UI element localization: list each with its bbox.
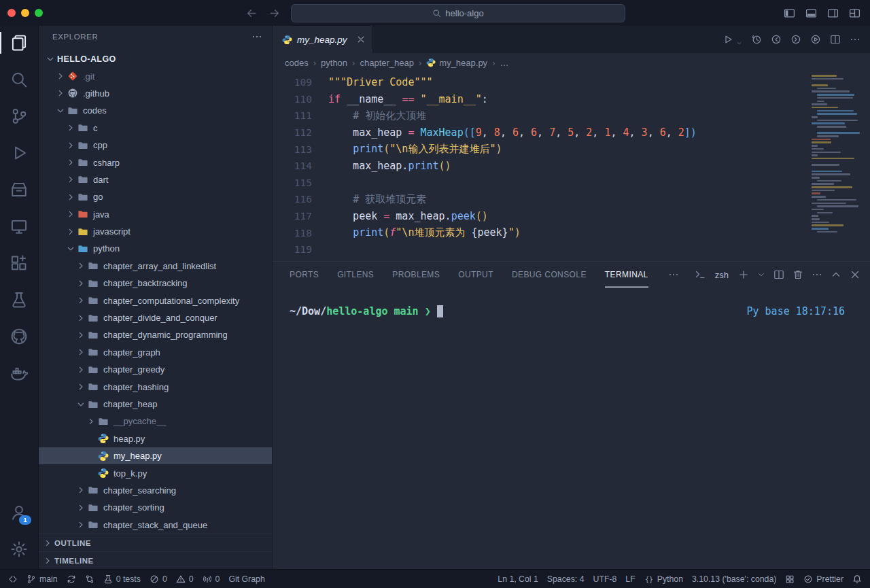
tree-item-my_heappy[interactable]: my_heap.py	[39, 447, 272, 464]
new-terminal-icon[interactable]	[738, 269, 749, 280]
breadcrumb-chapter_heap[interactable]: chapter_heap	[360, 58, 414, 68]
editor-more-actions-icon[interactable]	[850, 34, 860, 45]
panel-tab-output[interactable]: OUTPUT	[458, 262, 493, 288]
tree-item-dart[interactable]: dart	[39, 171, 272, 188]
tree-item-go[interactable]: go	[39, 188, 272, 205]
status-compare-changes[interactable]	[85, 574, 94, 584]
previous-change-icon[interactable]	[771, 34, 782, 45]
code-line-110[interactable]: 110if __name__ == "__main__":	[273, 91, 870, 108]
run-or-debug-icon[interactable]	[810, 34, 821, 45]
tab-my-heap-py[interactable]: my_heap.py	[273, 26, 373, 53]
navigate-forward-icon[interactable]	[268, 7, 280, 19]
code-line-111[interactable]: 111 # 初始化大顶堆	[273, 107, 870, 124]
tree-item-javascript[interactable]: javascript	[39, 223, 272, 240]
navigate-back-icon[interactable]	[246, 7, 258, 19]
tree-item-heappy[interactable]: heap.py	[39, 430, 272, 447]
tree-item-cpp[interactable]: cpp	[39, 137, 272, 154]
explorer-more-actions-icon[interactable]	[251, 31, 262, 42]
customize-layout-icon[interactable]	[849, 7, 860, 19]
status-notifications[interactable]	[852, 574, 862, 584]
panel-tabs-overflow-icon[interactable]	[668, 269, 679, 280]
activity-settings[interactable]	[0, 540, 38, 558]
code-line-109[interactable]: 109"""Driver Code"""	[273, 74, 870, 91]
code-line-112[interactable]: 112 max_heap = MaxHeap([9, 8, 6, 6, 7, 5…	[273, 124, 870, 141]
tree-item-chapter_sorting[interactable]: chapter_sorting	[39, 499, 272, 516]
tree-item-chapter_greedy[interactable]: chapter_greedy	[39, 361, 272, 378]
tree-item-chapter_hashing[interactable]: chapter_hashing	[39, 378, 272, 395]
status-git-graph[interactable]: Git Graph	[228, 574, 264, 584]
terminal-profile-dropdown-icon[interactable]	[757, 271, 765, 279]
maximize-panel-icon[interactable]	[831, 269, 841, 280]
file-history-icon[interactable]	[751, 34, 762, 45]
code-line-114[interactable]: 114 max_heap.print()	[273, 158, 870, 175]
status-warnings[interactable]: 0	[176, 574, 194, 584]
status-cursor-position[interactable]: Ln 1, Col 1	[498, 574, 538, 584]
tree-item-chapter_stack_and_queue[interactable]: chapter_stack_and_queue	[39, 517, 272, 534]
command-center-search[interactable]: hello-algo	[291, 4, 625, 22]
activity-accounts[interactable]: 1	[0, 504, 38, 521]
tree-item-git[interactable]: .git	[39, 67, 272, 84]
tree-item-chapter_backtracking[interactable]: chapter_backtracking	[39, 275, 272, 292]
activity-library[interactable]	[0, 181, 38, 198]
tree-item-chapter_graph[interactable]: chapter_graph	[39, 344, 272, 361]
status-python-interpreter[interactable]: 3.10.13 ('base': conda)	[692, 574, 776, 584]
breadcrumb-codes[interactable]: codes	[285, 58, 309, 68]
breadcrumb-[interactable]: …	[500, 58, 508, 68]
code-line-119[interactable]: 119	[273, 241, 870, 258]
run-python-file-icon[interactable]	[723, 34, 733, 45]
status-eol[interactable]: LF	[625, 574, 635, 584]
tree-item-csharp[interactable]: csharp	[39, 154, 272, 171]
tree-item-chapter_divide_and_conquer[interactable]: chapter_divide_and_conquer	[39, 309, 272, 326]
activity-github[interactable]	[0, 328, 38, 345]
status-forwarded-ports[interactable]: 0	[203, 574, 220, 584]
code-line-117[interactable]: 117 peek = max_heap.peek()	[273, 208, 870, 225]
panel-tab-ports[interactable]: PORTS	[290, 262, 319, 288]
status-encoding[interactable]: UTF-8	[593, 574, 617, 584]
tree-item-chapter_computational_complexity[interactable]: chapter_computational_complexity	[39, 292, 272, 309]
status-remote-indicator[interactable]	[8, 574, 18, 584]
activity-testing[interactable]	[0, 291, 38, 309]
tree-item-chapter_heap[interactable]: chapter_heap	[39, 396, 272, 413]
tree-item-c[interactable]: c	[39, 120, 272, 137]
status-extension-status[interactable]	[785, 574, 795, 584]
code-line-118[interactable]: 118 print(f"\n堆顶元素为 {peek}")	[273, 224, 870, 241]
zoom-window-button[interactable]	[35, 9, 43, 17]
kill-terminal-icon[interactable]	[793, 269, 803, 280]
activity-explorer[interactable]	[0, 34, 38, 52]
tree-item-java[interactable]: java	[39, 206, 272, 223]
panel-tab-debug-console[interactable]: DEBUG CONSOLE	[512, 262, 587, 288]
minimap[interactable]	[810, 75, 862, 234]
shell-label[interactable]: zsh	[715, 270, 729, 280]
next-change-icon[interactable]	[790, 34, 801, 45]
tree-item-chapter_array_and_linkedlist[interactable]: chapter_array_and_linkedlist	[39, 258, 272, 275]
close-panel-icon[interactable]	[850, 269, 860, 280]
tree-item-chapter_searching[interactable]: chapter_searching	[39, 482, 272, 499]
tree-item-HELLO-ALGO[interactable]: HELLO-ALGO	[39, 50, 272, 67]
status-git-branch[interactable]: main	[27, 574, 58, 584]
panel-tab-gitlens[interactable]: GITLENS	[337, 262, 374, 288]
toggle-secondary-sidebar-icon[interactable]	[827, 7, 839, 19]
close-window-button[interactable]	[7, 9, 16, 17]
run-dropdown-icon[interactable]	[736, 40, 742, 46]
toggle-panel-icon[interactable]	[805, 7, 817, 19]
status-indentation[interactable]: Spaces: 4	[547, 574, 585, 584]
section-timeline[interactable]: TIMELINE	[39, 551, 272, 569]
activity-search[interactable]	[0, 71, 38, 88]
minimize-window-button[interactable]	[21, 9, 29, 17]
code-line-113[interactable]: 113 print("\n输入列表并建堆后")	[273, 141, 870, 158]
activity-docker[interactable]	[0, 364, 38, 382]
code-editor[interactable]: 109"""Driver Code"""110if __name__ == "_…	[273, 72, 870, 261]
status-language-mode[interactable]: {}Python	[644, 574, 683, 584]
activity-extensions[interactable]	[0, 254, 38, 272]
tree-item-codes[interactable]: codes	[39, 102, 272, 119]
panel-tab-problems[interactable]: PROBLEMS	[392, 262, 440, 288]
breadcrumb-python[interactable]: python	[321, 58, 347, 68]
toggle-primary-sidebar-icon[interactable]	[784, 7, 795, 19]
status-sync-changes[interactable]	[67, 574, 76, 584]
tree-item-top_kpy[interactable]: top_k.py	[39, 464, 272, 481]
status-errors[interactable]: 0	[150, 574, 167, 584]
activity-run-debug[interactable]	[0, 144, 38, 162]
activity-source-control[interactable]	[0, 107, 38, 125]
split-editor-icon[interactable]	[830, 34, 841, 45]
tree-item-__pycache__[interactable]: __pycache__	[39, 413, 272, 430]
